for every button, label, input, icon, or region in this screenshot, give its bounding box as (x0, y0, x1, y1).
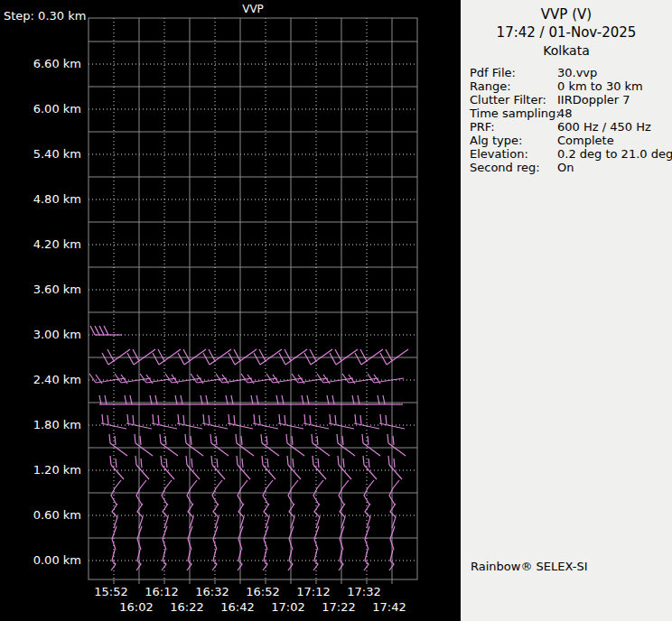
wind-barb-stroke (140, 374, 146, 383)
wind-barb-stroke (262, 456, 263, 465)
y-axis-label: 4.80 km (0, 192, 81, 206)
wind-barb-stroke (166, 459, 167, 468)
x-axis-label: 16:02 (119, 600, 153, 614)
wind-barb-stroke (388, 456, 389, 465)
wind-barb-stroke (191, 459, 192, 468)
wind-barb (387, 434, 406, 456)
wind-barb-stroke (116, 459, 117, 468)
wind-barb-stroke (339, 465, 351, 479)
wind-barb (109, 434, 127, 456)
wind-barb-stroke (234, 349, 240, 361)
wind-barb-stroke (238, 465, 250, 479)
y-axis-label: 1.80 km (0, 418, 81, 431)
wind-barb-stroke (161, 443, 178, 456)
wind-barb-stroke (89, 374, 96, 383)
wind-barb-stroke (380, 353, 387, 365)
wind-barb (337, 434, 355, 456)
param-value: 30.vvp (557, 66, 597, 79)
wind-barb-stroke (104, 326, 108, 335)
wind-barb-stroke (312, 434, 313, 443)
wind-barb-stroke (127, 414, 128, 423)
wind-barb-stroke (389, 465, 402, 479)
wind-barb-stroke (355, 353, 361, 365)
wind-barb-stroke (211, 456, 212, 465)
wind-barb-stroke (335, 349, 341, 361)
wind-barb (90, 326, 122, 335)
wind-barb (236, 434, 254, 456)
wind-barb-stroke (292, 436, 293, 445)
wind-barb-stroke (335, 415, 336, 424)
wind-barb (253, 414, 278, 429)
wind-barb-stroke (185, 434, 186, 443)
wind-barb-stroke (140, 436, 141, 445)
x-axis-label: 16:52 (246, 585, 279, 598)
param-elevation: Elevation: 0.2 deg to 21.0 deg (470, 147, 672, 161)
wind-barb-stroke (254, 353, 260, 365)
wind-barb-stroke (133, 349, 139, 361)
wind-barb-stroke (153, 414, 154, 423)
wind-barb-stroke (115, 374, 121, 383)
wind-barb-stroke (217, 459, 218, 468)
wind-barb-stroke (288, 465, 301, 479)
wind-barb-stroke (229, 414, 229, 423)
wind-barb-stroke (338, 443, 355, 456)
wind-barb-stroke (285, 349, 291, 361)
wind-barb-stroke (101, 423, 126, 429)
param-alg-type: Alg type: Complete (470, 134, 672, 147)
wind-barb-stroke (279, 353, 285, 365)
x-axis-label: 16:22 (170, 600, 203, 614)
wind-barb-stroke (304, 353, 311, 365)
wind-barb-stroke (368, 374, 374, 383)
wind-barb-stroke (304, 414, 305, 423)
wind-barb-stroke (115, 436, 116, 445)
wind-barb-stroke (354, 423, 379, 429)
wind-barb-stroke (127, 353, 134, 365)
wind-barb-stroke (330, 353, 336, 365)
wind-barb-stroke (133, 415, 134, 424)
wind-barb (161, 456, 174, 479)
wind-barb-stroke (394, 459, 395, 468)
wind-barb-stroke (236, 434, 237, 443)
wind-barb-stroke (242, 459, 243, 468)
param-label: Range: (470, 79, 557, 93)
y-axis-label: 1.20 km (0, 463, 81, 477)
wind-barb-stroke (141, 459, 142, 468)
wind-barb-stroke (267, 459, 268, 468)
x-axis-label: 15:52 (94, 585, 127, 598)
wind-barb-stroke (241, 436, 242, 445)
wind-barb-stroke (202, 423, 228, 429)
wind-barb (211, 456, 225, 479)
wind-barb-stroke (158, 349, 164, 361)
vvp-window: Step: 0.30 km VVP 6.60 km6.00 km5.40 km4… (0, 0, 672, 621)
wind-barb-stroke (241, 374, 247, 383)
wind-barb-stroke (162, 465, 174, 479)
wind-barb-stroke (313, 456, 313, 465)
wind-barb-stroke (362, 434, 363, 443)
wind-barb-stroke (337, 434, 338, 443)
wind-barb-stroke (259, 349, 266, 361)
wind-barb-stroke (313, 465, 326, 479)
param-value: Complete (557, 134, 614, 147)
x-axis-label: 17:22 (322, 600, 355, 614)
wind-barb-stroke (111, 465, 124, 479)
plot-border (89, 18, 417, 579)
x-axis-label: 17:12 (296, 585, 330, 598)
wind-barb (152, 414, 177, 429)
y-axis-label: 0.00 km (0, 553, 81, 567)
wind-barb (101, 414, 126, 429)
wind-barb (110, 456, 124, 479)
wind-barb-stroke (330, 414, 331, 423)
wind-barb (160, 434, 178, 456)
wind-barb-stroke (259, 415, 260, 424)
wind-barb-stroke (153, 353, 159, 365)
wind-barb-stroke (102, 353, 108, 365)
wind-barb-stroke (310, 349, 316, 361)
param-label: Alg type: (470, 134, 557, 147)
wind-barb-stroke (216, 436, 217, 445)
y-axis-label: 5.40 km (0, 147, 81, 161)
wind-barb-stroke (178, 414, 179, 423)
wind-barb-stroke (165, 374, 172, 383)
wind-barb-stroke (107, 415, 108, 424)
wind-barb-stroke (216, 374, 222, 383)
wind-barb-stroke (161, 456, 162, 465)
